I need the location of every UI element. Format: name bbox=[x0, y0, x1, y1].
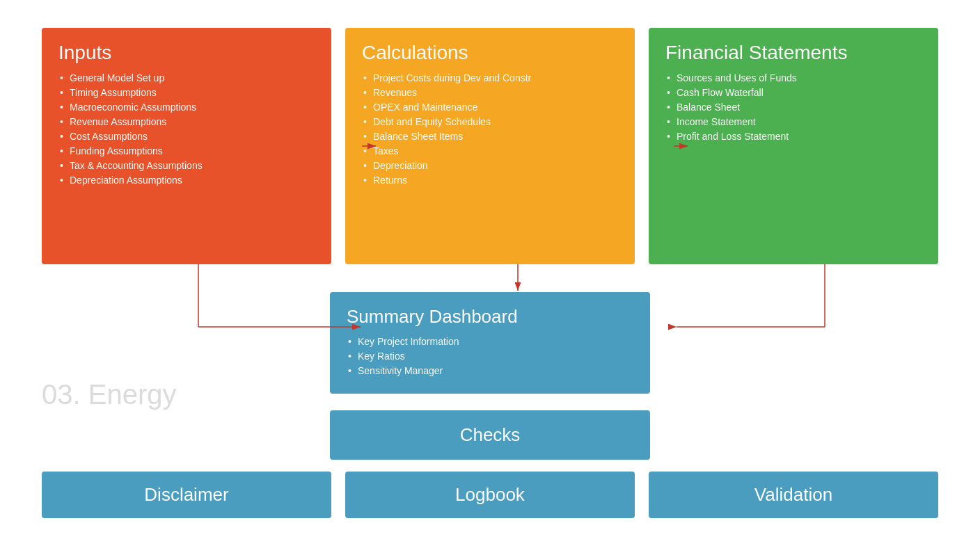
summary-dashboard-box: Summary Dashboard Key Project Informatio… bbox=[330, 292, 650, 394]
summary-item-3: Sensitivity Manager bbox=[347, 365, 633, 376]
inputs-item-1: General Model Set up bbox=[58, 72, 315, 83]
inputs-item-7: Tax & Accounting Assumptions bbox=[58, 160, 315, 171]
summary-list: Key Project Information Key Ratios Sensi… bbox=[347, 336, 633, 376]
fin-item-5: Profit and Loss Statement bbox=[665, 131, 922, 142]
inputs-item-2: Timing Assumptions bbox=[58, 87, 315, 98]
calc-item-8: Returns bbox=[362, 175, 618, 186]
inputs-item-3: Macroeconomic Assumptions bbox=[58, 102, 315, 113]
calc-item-3: OPEX and Maintenance bbox=[362, 102, 618, 113]
fin-item-3: Balance Sheet bbox=[665, 102, 922, 113]
inputs-list: General Model Set up Timing Assumptions … bbox=[58, 72, 315, 186]
inputs-item-5: Cost Assumptions bbox=[58, 131, 315, 142]
validation-box: Validation bbox=[649, 472, 938, 518]
fin-item-2: Cash Flow Waterfall bbox=[665, 87, 922, 98]
watermark-label: 03. Energy bbox=[42, 379, 176, 410]
inputs-item-8: Depreciation Assumptions bbox=[58, 175, 315, 186]
summary-title: Summary Dashboard bbox=[347, 306, 633, 328]
checks-title: Checks bbox=[347, 424, 633, 446]
financial-statements-box: Financial Statements Sources and Uses of… bbox=[649, 28, 938, 264]
calculations-title: Calculations bbox=[362, 42, 618, 64]
calc-item-2: Revenues bbox=[362, 87, 618, 98]
fin-item-4: Income Statement bbox=[665, 116, 922, 127]
calc-item-1: Project Costs during Dev and Constr bbox=[362, 72, 618, 83]
financial-list: Sources and Uses of Funds Cash Flow Wate… bbox=[665, 72, 922, 142]
checks-box: Checks bbox=[330, 410, 650, 460]
calc-item-4: Debt and Equity Schedules bbox=[362, 116, 618, 127]
disclaimer-box: Disclaimer bbox=[42, 472, 331, 518]
calc-item-5: Balance Sheet Items bbox=[362, 131, 618, 142]
fin-item-1: Sources and Uses of Funds bbox=[665, 72, 922, 83]
inputs-box: Inputs General Model Set up Timing Assum… bbox=[42, 28, 331, 264]
validation-title: Validation bbox=[665, 484, 922, 506]
calc-item-7: Depreciation bbox=[362, 160, 618, 171]
calculations-box: Calculations Project Costs during Dev an… bbox=[345, 28, 635, 264]
calculations-list: Project Costs during Dev and Constr Reve… bbox=[362, 72, 618, 186]
inputs-item-4: Revenue Assumptions bbox=[58, 116, 315, 127]
disclaimer-title: Disclaimer bbox=[58, 484, 315, 506]
logbook-box: Logbook bbox=[345, 472, 635, 518]
calc-item-6: Taxes bbox=[362, 145, 618, 156]
summary-item-1: Key Project Information bbox=[347, 336, 633, 347]
inputs-item-6: Funding Assumptions bbox=[58, 145, 315, 156]
inputs-title: Inputs bbox=[58, 42, 315, 64]
logbook-title: Logbook bbox=[362, 484, 618, 506]
financial-title: Financial Statements bbox=[665, 42, 922, 64]
summary-item-2: Key Ratios bbox=[347, 351, 633, 362]
